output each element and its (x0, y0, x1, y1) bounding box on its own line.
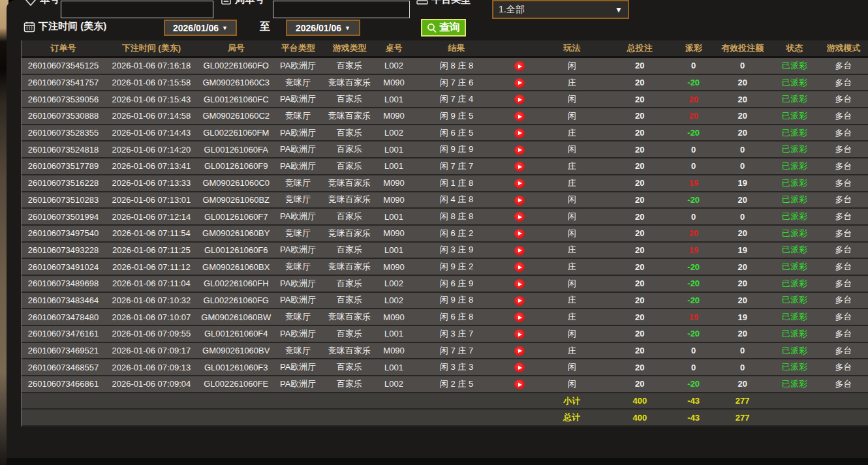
bet-time-cell: 2026-01-06 07:09:04 (105, 379, 198, 389)
play-icon[interactable] (514, 61, 525, 71)
payout-cell: -20 (672, 329, 715, 338)
table-row[interactable]: 260106073539056 2026-01-06 07:15:43 GL00… (22, 91, 868, 108)
play-icon[interactable] (514, 95, 525, 104)
round-no-cell: GM090261060BX (198, 262, 275, 272)
header-round-no: 局号 (198, 42, 275, 54)
result-video-cell (503, 278, 536, 290)
play-icon[interactable] (514, 312, 525, 322)
play-side-cell: 闲 (536, 278, 607, 290)
game-mode-cell: 多台 (819, 378, 868, 390)
table-row[interactable]: 260106073510283 2026-01-06 07:13:01 GM09… (22, 192, 868, 209)
table-row[interactable]: 260106073466861 2026-01-06 07:09:04 GL00… (22, 376, 868, 393)
query-button[interactable]: 查询 (421, 19, 466, 37)
table-row[interactable]: 260106073528355 2026-01-06 07:14:43 GL00… (22, 125, 868, 142)
table-row[interactable]: 260106073468557 2026-01-06 07:09:13 GL00… (22, 359, 868, 376)
order-no-cell: 260106073491024 (22, 262, 105, 272)
table-row[interactable]: 260106073497540 2026-01-06 07:11:54 GM09… (22, 226, 868, 243)
order-no-cell: 260106073483464 (22, 295, 105, 305)
table-body: 260106073545125 2026-01-06 07:16:18 GL00… (22, 58, 868, 393)
bet-time-cell: 2026-01-06 07:11:25 (105, 245, 198, 255)
game-mode-cell: 多台 (819, 143, 868, 155)
game-type-cell: 百家乐 (322, 378, 378, 390)
result-cell: 闲 3 庄 3 (411, 361, 503, 373)
game-type-cell: 竞咪百家乐 (322, 345, 378, 357)
valid-bet-cell: 19 (715, 245, 770, 255)
table-row[interactable]: 260106073545125 2026-01-06 07:16:18 GL00… (22, 58, 868, 75)
result-video-cell (503, 379, 536, 390)
table-row[interactable]: 260106073469521 2026-01-06 07:09:17 GM09… (22, 343, 868, 360)
platform-cell: PA欧洲厅 (275, 378, 322, 390)
table-row[interactable]: 260106073501994 2026-01-06 07:12:14 GL00… (22, 209, 868, 226)
payout-cell: -20 (672, 128, 715, 138)
total-bet-cell: 20 (607, 195, 672, 205)
table-row[interactable]: 260106073491024 2026-01-06 07:11:12 GM09… (22, 259, 868, 276)
result-video-cell (503, 127, 536, 138)
round-no-cell: GL002261060FH (198, 278, 275, 288)
play-icon[interactable] (514, 128, 525, 138)
table-no-cell: L002 (378, 379, 411, 389)
table-row[interactable]: 260106073524818 2026-01-06 07:14:20 GL00… (22, 142, 868, 158)
total-bet-cell: 20 (607, 379, 672, 389)
valid-bet-cell: 0 (715, 61, 770, 70)
play-icon[interactable] (514, 246, 525, 256)
play-icon[interactable] (514, 162, 525, 172)
table-row[interactable]: 260106073476161 2026-01-06 07:09:55 GL00… (22, 326, 868, 343)
order-no-cell: 260106073501994 (22, 212, 105, 222)
chevron-down-icon: ▼ (222, 25, 228, 31)
result-cell: 闲 6 庄 2 (411, 228, 503, 239)
valid-bet-cell: 0 (715, 212, 770, 222)
table-row[interactable]: 260106073489698 2026-01-06 07:11:04 GL00… (22, 276, 868, 293)
table-row[interactable]: 260106073483464 2026-01-06 07:10:32 GL00… (22, 293, 868, 310)
table-no-cell: M090 (378, 346, 411, 355)
order-no-input[interactable] (61, 1, 213, 18)
play-side-cell: 闲 (536, 228, 607, 239)
play-icon[interactable] (514, 212, 525, 222)
play-side-cell: 闲 (536, 361, 607, 373)
date-from-picker[interactable]: 2026/01/06 ▼ (164, 20, 237, 36)
play-icon[interactable] (514, 78, 525, 88)
game-mode-cell: 多台 (819, 278, 868, 290)
game-mode-cell: 多台 (819, 77, 868, 89)
table-row[interactable]: 260106073493228 2026-01-06 07:11:25 GL00… (22, 243, 868, 260)
table-row[interactable]: 260106073530888 2026-01-06 07:14:58 GM09… (22, 108, 868, 125)
table-no-cell: L001 (378, 363, 411, 372)
payout-cell: 19 (672, 245, 715, 255)
play-icon[interactable] (514, 380, 525, 389)
total-bet-cell: 20 (607, 346, 672, 355)
table-row[interactable]: 260106073517789 2026-01-06 07:13:41 GL00… (22, 158, 868, 175)
round-no-cell: GL001261060F6 (198, 245, 275, 255)
play-icon[interactable] (514, 329, 525, 339)
play-icon[interactable] (514, 346, 525, 356)
valid-bet-cell: 19 (715, 312, 770, 322)
status-badge: 已派彩 (770, 194, 819, 205)
game-type-cell: 百家乐 (322, 160, 378, 172)
play-side-cell: 闲 (536, 328, 607, 340)
payout-cell: 0 (672, 363, 715, 372)
game-type-cell: 百家乐 (322, 244, 378, 256)
play-icon[interactable] (514, 262, 525, 272)
result-video-cell (503, 362, 536, 373)
play-icon[interactable] (514, 279, 525, 289)
table-row[interactable]: 260106073516228 2026-01-06 07:13:33 GM09… (22, 175, 868, 192)
table-no-cell: L002 (378, 61, 411, 70)
platform-select[interactable]: 1.全部 ▼ (492, 0, 629, 19)
play-icon[interactable] (514, 296, 525, 306)
table-row[interactable]: 260106073541757 2026-01-06 07:15:58 GM09… (22, 75, 868, 92)
play-icon[interactable] (514, 196, 525, 205)
table-row[interactable]: 260106073478480 2026-01-06 07:10:07 GM09… (22, 309, 868, 326)
play-icon[interactable] (514, 179, 525, 188)
valid-bet-cell: 20 (715, 95, 770, 104)
play-icon[interactable] (514, 229, 525, 239)
platform-cell: PA欧洲厅 (275, 361, 322, 373)
game-type-cell: 竞咪百家乐 (322, 261, 378, 273)
bet-time-cell: 2026-01-06 07:11:12 (105, 262, 198, 272)
play-icon[interactable] (514, 145, 525, 155)
play-icon[interactable] (514, 363, 525, 372)
game-type-cell: 百家乐 (322, 60, 378, 72)
date-to-label: 至 (260, 20, 270, 34)
play-icon[interactable] (514, 112, 525, 121)
game-mode-cell: 多台 (819, 211, 868, 222)
round-no-input[interactable] (273, 1, 410, 18)
table-no-cell: L001 (378, 95, 411, 104)
date-to-picker[interactable]: 2026/01/06 ▼ (286, 20, 360, 36)
